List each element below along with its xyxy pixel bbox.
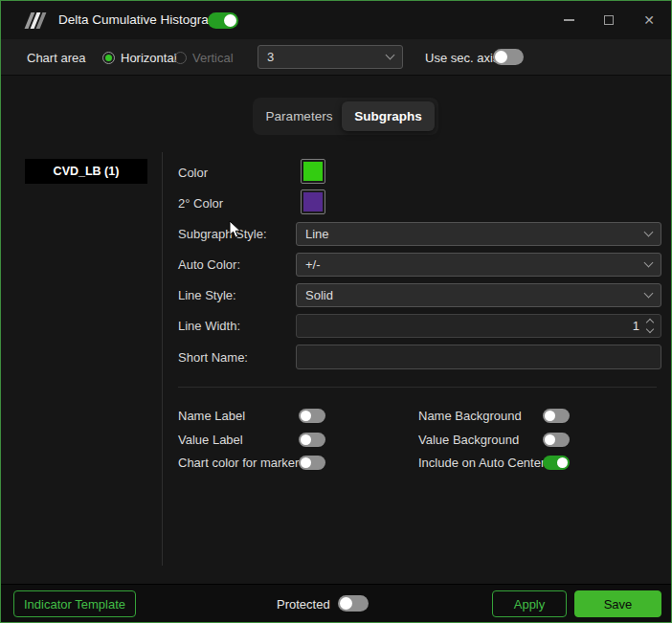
protected-label: Protected [277,597,330,612]
minimize-icon [564,19,574,21]
chevron-down-icon [644,289,654,299]
close-button[interactable]: ✕ [640,11,658,29]
line-width-stepper[interactable] [647,320,653,332]
minimize-button[interactable] [560,11,577,29]
horizontal-radio[interactable] [102,52,115,64]
secondary-color-swatch[interactable] [301,189,325,214]
line-style-select[interactable]: Solid [296,283,661,307]
apply-button[interactable]: Apply [492,590,567,617]
toggle-knob [301,434,311,445]
protected-toggle[interactable] [338,595,369,612]
name-background-label: Name Background [418,409,522,423]
name-background-toggle[interactable] [543,409,570,423]
color-label: Color [178,166,208,180]
line-style-label: Line Style: [178,288,236,302]
close-icon: ✕ [643,13,655,27]
name-label-label: Name Label [178,409,245,423]
chart-area-count-value: 3 [267,50,274,64]
use-sec-axis-label: Use sec. axis [425,51,499,65]
include-on-auto-center-toggle[interactable] [543,456,570,470]
toggle-knob [340,597,352,610]
secondary-color-swatch-fill [303,192,323,211]
line-width-label: Line Width: [178,319,240,333]
subgraph-style-label: Subgraph Style: [178,227,267,241]
app-logo-icon [25,12,53,29]
short-name-input[interactable] [296,345,661,369]
vertical-radio[interactable] [174,52,187,64]
maximize-icon [604,15,614,25]
line-width-value: 1 [633,319,639,333]
name-label-toggle[interactable] [299,409,325,423]
subgraph-style-value: Line [305,227,329,241]
window-controls: ✕ [560,1,658,39]
toggle-knob [545,434,555,445]
chevron-down-icon [644,258,654,268]
tab-bar: Parameters Subgraphs [253,98,438,135]
chart-color-for-marker-toggle[interactable] [299,456,325,470]
tab-parameters[interactable]: Parameters [257,101,342,131]
value-label-toggle[interactable] [299,433,325,447]
window-title: Delta Cumulative Histogram [58,12,219,27]
sidebar-item-cvd-lb[interactable]: CVD_LB (1) [25,159,147,184]
line-width-input[interactable]: 1 [296,314,661,338]
app-window: Delta Cumulative Histogram ✕ Chart area … [0,0,672,623]
auto-color-label: Auto Color: [178,257,240,272]
section-divider [178,387,657,388]
color-swatch[interactable] [301,159,325,184]
chevron-down-icon [386,51,395,60]
footer-bar: Indicator Template Protected Apply Save [1,584,671,623]
value-background-toggle[interactable] [543,433,570,447]
toggle-knob [495,51,507,63]
horizontal-radio-label[interactable]: Horizontal [121,51,177,65]
indicator-enabled-toggle[interactable] [208,12,238,29]
toggle-knob [557,457,568,468]
chevron-down-icon [644,228,654,237]
chart-area-count-select[interactable]: 3 [258,45,403,69]
toggle-knob [301,457,311,468]
toggle-knob [224,14,236,27]
chart-area-bar: Chart area Horizontal Vertical 3 Use sec… [1,39,671,76]
line-style-value: Solid [305,288,333,302]
toggle-knob [545,411,555,421]
vertical-radio-label[interactable]: Vertical [192,51,234,65]
value-label-label: Value Label [178,433,243,447]
sidebar-divider [162,152,163,566]
chart-color-for-marker-label: Chart color for marker [178,456,299,470]
stepper-down-icon [646,325,654,333]
secondary-color-label: 2° Color [178,196,223,211]
maximize-button[interactable] [600,11,617,29]
save-button[interactable]: Save [574,590,661,617]
value-background-label: Value Background [418,433,519,447]
sec-axis-toggle[interactable] [493,49,524,65]
chart-area-label: Chart area [27,51,85,65]
tab-subgraphs[interactable]: Subgraphs [342,101,435,131]
auto-color-value: +/- [305,257,321,272]
short-name-label: Short Name: [178,350,248,365]
indicator-template-button[interactable]: Indicator Template [13,590,136,617]
include-on-auto-center-label: Include on Auto Center [418,456,545,470]
auto-color-select[interactable]: +/- [296,253,661,277]
subgraph-style-select[interactable]: Line [296,222,661,246]
toggle-knob [301,411,311,421]
titlebar: Delta Cumulative Histogram ✕ [1,1,671,39]
color-swatch-fill [303,162,323,181]
